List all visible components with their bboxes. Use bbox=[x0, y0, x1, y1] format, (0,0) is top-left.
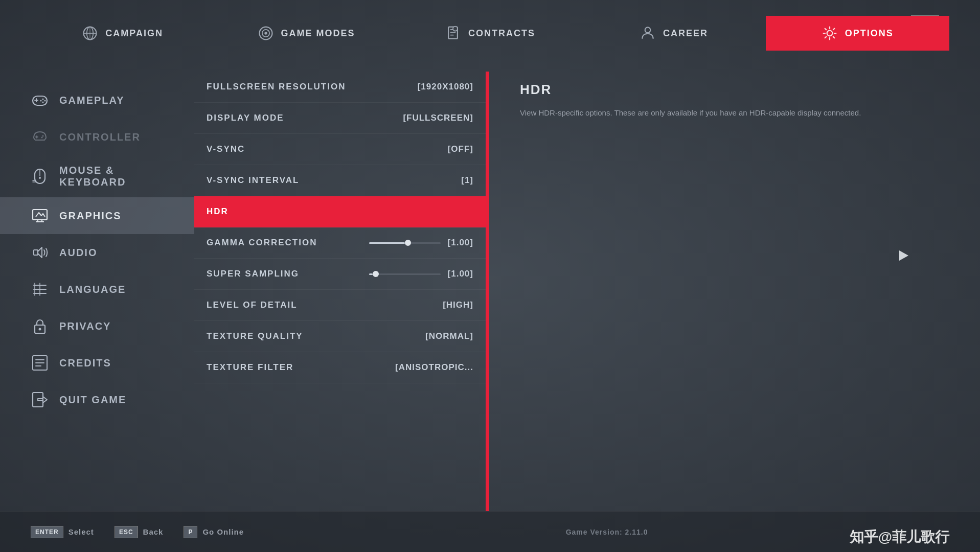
setting-v-sync-interval[interactable]: V-SYNC INTERVAL [1] bbox=[194, 165, 486, 196]
info-description: View HDR-specific options. These are onl… bbox=[520, 107, 949, 119]
svg-point-14 bbox=[42, 102, 44, 103]
setting-name: DISPLAY MODE bbox=[207, 113, 403, 123]
setting-value: [FULLSCREEN] bbox=[403, 113, 473, 123]
slider-track bbox=[369, 273, 441, 275]
select-label: Select bbox=[69, 527, 94, 536]
slider-thumb bbox=[373, 271, 379, 277]
setting-value: [1.00] bbox=[448, 269, 473, 279]
info-panel: HDR View HDR-specific options. These are… bbox=[488, 72, 980, 511]
slider-gamma[interactable]: [1.00] bbox=[369, 238, 473, 248]
setting-super-sampling[interactable]: SUPER SAMPLING [1.00] bbox=[194, 259, 486, 290]
slider-fill bbox=[369, 273, 373, 275]
nav-item-game-modes[interactable]: GAME MODES bbox=[214, 16, 398, 51]
main-layout: GAMEPLAY CONTROLLER MOUSE & KEYBOARD bbox=[0, 72, 980, 511]
setting-value: [HIGH] bbox=[443, 300, 473, 310]
sidebar-credits-label: CREDITS bbox=[59, 357, 111, 369]
nav-item-options[interactable]: OPTIONS bbox=[766, 16, 949, 51]
setting-gamma-correction[interactable]: GAMMA CORRECTION [1.00] bbox=[194, 227, 486, 259]
nav-contracts-label: CONTRACTS bbox=[468, 28, 535, 39]
globe-icon bbox=[82, 25, 98, 41]
nav-item-contracts[interactable]: CONTRACTS bbox=[398, 16, 582, 51]
svg-point-9 bbox=[645, 27, 651, 33]
sidebar-item-audio[interactable]: AUDIO bbox=[0, 234, 194, 271]
go-online-label: Go Online bbox=[202, 527, 244, 536]
sidebar-mouse-keyboard-label: MOUSE & KEYBOARD bbox=[59, 165, 164, 188]
enter-key-badge: ENTER bbox=[31, 526, 63, 538]
svg-point-10 bbox=[827, 31, 832, 36]
info-title: HDR bbox=[520, 82, 949, 98]
gear-icon bbox=[822, 25, 838, 41]
watermark: 知乎@菲儿歌行 bbox=[850, 527, 949, 547]
top-nav: CAMPAIGN GAME MODES CONTRACTS CAREER bbox=[0, 0, 980, 66]
slider-fill bbox=[369, 242, 405, 244]
gamepad-icon bbox=[31, 91, 49, 109]
sidebar-item-graphics[interactable]: GRAPHICS bbox=[0, 197, 194, 234]
sidebar-gameplay-label: GAMEPLAY bbox=[59, 95, 125, 106]
setting-name: SUPER SAMPLING bbox=[207, 269, 369, 279]
quit-icon bbox=[31, 390, 49, 409]
badge-icon bbox=[445, 25, 461, 41]
sidebar-item-quit-game[interactable]: QUIT GAME bbox=[0, 381, 194, 418]
slider-super-sampling[interactable]: [1.00] bbox=[369, 269, 473, 279]
setting-hdr[interactable]: HDR bbox=[194, 196, 486, 227]
esc-key-badge: ESC bbox=[115, 526, 138, 538]
setting-value: [ANISOTROPIC... bbox=[395, 362, 473, 373]
sidebar-item-credits[interactable]: CREDITS bbox=[0, 344, 194, 381]
nav-item-career[interactable]: CAREER bbox=[582, 16, 765, 51]
setting-name: FULLSCREEN RESOLUTION bbox=[207, 82, 418, 92]
slider-track bbox=[369, 242, 441, 244]
bottom-bar: ENTER Select ESC Back P Go Online Game V… bbox=[0, 511, 980, 552]
setting-texture-quality[interactable]: TEXTURE QUALITY [NORMAL] bbox=[194, 321, 486, 352]
setting-name: TEXTURE FILTER bbox=[207, 362, 395, 373]
language-icon bbox=[31, 280, 49, 298]
setting-name: HDR bbox=[207, 206, 473, 217]
sidebar-item-gameplay[interactable]: GAMEPLAY bbox=[0, 82, 194, 119]
svg-point-16 bbox=[42, 135, 44, 137]
svg-rect-21 bbox=[33, 210, 47, 220]
setting-name: TEXTURE QUALITY bbox=[207, 331, 425, 341]
person-icon bbox=[640, 25, 656, 41]
target-icon bbox=[258, 25, 274, 41]
setting-texture-filter[interactable]: TEXTURE FILTER [ANISOTROPIC... bbox=[194, 352, 486, 383]
sidebar-item-mouse-keyboard[interactable]: MOUSE & KEYBOARD bbox=[0, 155, 194, 197]
setting-value: [OFF] bbox=[448, 144, 473, 154]
sidebar-graphics-label: GRAPHICS bbox=[59, 210, 122, 222]
sidebar-language-label: LANGUAGE bbox=[59, 284, 126, 295]
setting-v-sync[interactable]: V-SYNC [OFF] bbox=[194, 134, 486, 165]
list-icon bbox=[31, 354, 49, 372]
sidebar-privacy-label: PRIVACY bbox=[59, 320, 111, 332]
nav-item-campaign[interactable]: CAMPAIGN bbox=[31, 16, 214, 51]
setting-fullscreen-resolution[interactable]: FULLSCREEN RESOLUTION [1920X1080] bbox=[194, 72, 486, 103]
svg-point-8 bbox=[453, 27, 458, 31]
audio-icon bbox=[31, 243, 49, 262]
lock-icon bbox=[31, 317, 49, 335]
key-hint-select: ENTER Select bbox=[31, 526, 94, 538]
setting-level-of-detail[interactable]: LEVEL OF DETAIL [HIGH] bbox=[194, 290, 486, 321]
graphics-icon bbox=[31, 206, 49, 225]
svg-point-12 bbox=[42, 99, 44, 100]
sidebar-item-controller[interactable]: CONTROLLER bbox=[0, 119, 194, 155]
setting-name: V-SYNC INTERVAL bbox=[207, 175, 461, 186]
nav-options-label: OPTIONS bbox=[845, 28, 894, 39]
svg-point-26 bbox=[39, 328, 41, 331]
controller-icon bbox=[31, 128, 49, 146]
sidebar-controller-label: CONTROLLER bbox=[59, 131, 141, 143]
nav-career-label: CAREER bbox=[663, 28, 708, 39]
setting-display-mode[interactable]: DISPLAY MODE [FULLSCREEN] bbox=[194, 103, 486, 134]
svg-point-6 bbox=[264, 32, 267, 34]
mouse-icon bbox=[31, 167, 49, 186]
key-hint-back: ESC Back bbox=[115, 526, 164, 538]
setting-value: [NORMAL] bbox=[425, 331, 473, 341]
setting-value: [1] bbox=[461, 175, 473, 186]
svg-point-17 bbox=[41, 137, 43, 139]
setting-name: LEVEL OF DETAIL bbox=[207, 300, 443, 310]
sidebar-item-privacy[interactable]: PRIVACY bbox=[0, 308, 194, 344]
sidebar-item-language[interactable]: LANGUAGE bbox=[0, 271, 194, 308]
settings-panel: FULLSCREEN RESOLUTION [1920X1080] DISPLA… bbox=[194, 72, 486, 511]
svg-rect-24 bbox=[34, 250, 38, 255]
svg-point-20 bbox=[39, 177, 41, 179]
setting-name: GAMMA CORRECTION bbox=[207, 238, 369, 248]
sidebar-audio-label: AUDIO bbox=[59, 247, 97, 259]
key-hint-go-online: P Go Online bbox=[184, 526, 244, 538]
setting-value: [1920X1080] bbox=[418, 82, 473, 92]
